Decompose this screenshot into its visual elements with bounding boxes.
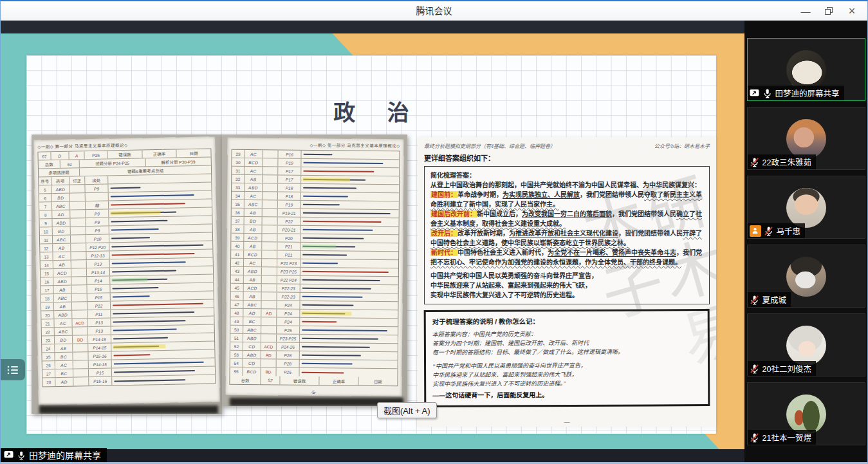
- cell-seq: 5: [39, 185, 51, 193]
- cell-answer: CD: [243, 342, 261, 350]
- participant-name: 夏成城: [762, 293, 787, 306]
- cell-source: P14-15: [88, 335, 111, 343]
- notebook-score-table: 67 D A P25 错误数 正确率 日期 总数: [37, 148, 216, 387]
- cell-note: [300, 343, 398, 351]
- cell-source: P12 P20: [86, 243, 109, 252]
- cell-correction: [261, 317, 277, 325]
- handwriting-scribble: [302, 288, 371, 290]
- handwriting-scribble: [113, 354, 150, 356]
- cell-correction: [71, 277, 87, 284]
- cell-correction: [262, 284, 277, 292]
- handwriting-scribble: [111, 187, 141, 189]
- cell-source: P21: [277, 242, 300, 250]
- cell-seq: 28: [42, 378, 55, 386]
- cell-note: [300, 293, 398, 301]
- cell-seq: 15: [41, 269, 53, 277]
- cell-seq: 21: [41, 319, 54, 327]
- cell-correction: [71, 252, 86, 259]
- mic-icon: [762, 88, 773, 98]
- participant-tile[interactable]: 马千惠: [747, 176, 865, 239]
- cell-source: P18: [278, 192, 301, 200]
- handwriting-scribble: [112, 253, 195, 255]
- cell-source: P24: [277, 301, 300, 308]
- cell-seq: 19: [41, 302, 54, 310]
- cell-source: P17: [278, 175, 301, 183]
- cell-correction: [70, 201, 86, 209]
- cell-answer: ABD: [54, 311, 72, 319]
- cell-answer: ABC: [55, 328, 73, 336]
- cell-seq: 30: [232, 158, 245, 166]
- highlight-mark: [111, 277, 147, 282]
- thumbnail-panel-toggle[interactable]: [1, 359, 25, 380]
- cell-correction: [69, 185, 85, 192]
- label-total-2: 总数: [230, 376, 261, 384]
- cell-source: P23-P25: [277, 334, 300, 342]
- handwriting-scribble: [302, 254, 347, 256]
- participant-tile[interactable]: 夏成城: [747, 245, 865, 308]
- text-segment: ，我们党团结带领人民: [612, 210, 676, 218]
- text-segment: ，我们党团结带领人民: [618, 230, 683, 237]
- handwriting-scribble: [302, 279, 380, 281]
- cell-correction: [73, 360, 89, 368]
- handwriting-scribble: [303, 204, 340, 205]
- cell-answer: ABC: [243, 301, 261, 308]
- stage-bottom-strip: [1, 449, 744, 462]
- shared-screen-stage: 政 治 ◇一刷◇ 第一部分 马克思主义基本原理概论◇ 67 D A P25: [1, 21, 744, 462]
- cell-seq: 46: [231, 292, 244, 300]
- share-banner-label: 田梦迪的屏幕共享: [29, 449, 101, 461]
- cell-seq: 55: [230, 367, 243, 376]
- cell-correction: [263, 217, 278, 225]
- cell-note: [301, 151, 399, 159]
- close-button[interactable]: ×: [840, 1, 863, 21]
- cell-answer: ABC: [53, 236, 71, 244]
- cell-note: [301, 159, 399, 167]
- cell-correction: [262, 259, 277, 266]
- cell-correction: [70, 210, 86, 218]
- restore-button[interactable]: [817, 1, 840, 21]
- participant-tile[interactable]: 21社本一贺煜: [747, 382, 865, 445]
- cell-seq: 38: [231, 225, 244, 233]
- minimize-button[interactable]: —: [794, 1, 817, 21]
- cell-answer: BC: [55, 353, 73, 361]
- participant-tile[interactable]: 田梦迪的屏幕共享: [747, 38, 865, 101]
- presentation-slide: 政 治 ◇一刷◇ 第一部分 马克思主义基本原理概论◇ 67 D A P25: [1, 33, 744, 449]
- cell-correction: [71, 243, 86, 251]
- cell-source: 略: [86, 201, 109, 210]
- stage-top-strip: [1, 21, 744, 33]
- cell-answer: AC: [245, 167, 263, 174]
- cell-source: P25: [277, 367, 300, 376]
- cell-source: P15: [89, 368, 112, 376]
- cell-source: P28: [277, 359, 300, 367]
- minimize-icon: —: [801, 6, 811, 17]
- cell-answer: ABD: [245, 183, 263, 191]
- handwriting-scribble: [113, 287, 159, 289]
- summary-line: 建国后改开前：新中国成立后，为改变我国一穷二白的落后面貌，我们党团结带领人民确立…: [430, 209, 703, 228]
- handwriting-scribble: [302, 371, 344, 373]
- participant-tile[interactable]: 20社二刘俊杰: [747, 313, 865, 376]
- explanation-emphasis: ——这句话硬背一下，后面能反复用上。: [432, 389, 701, 400]
- text-segment: 从登上中国政治舞台的那刻起，中国共产党就始终不渝为中国人民谋幸福、为中华民族谋复…: [430, 181, 701, 189]
- participant-namebar: 田梦迪的屏幕共享: [748, 86, 844, 100]
- cell-source: P18: [278, 183, 301, 191]
- cell-source: P13: [88, 318, 111, 326]
- participant-tile[interactable]: 22政三朱雅茹: [747, 107, 865, 170]
- share-indicator-banner[interactable]: 田梦迪的屏幕共享: [1, 448, 107, 462]
- cell-answer: AB: [245, 175, 263, 183]
- cell-seq: 36: [232, 209, 245, 216]
- cell-source: P11: [88, 310, 111, 318]
- titlebar[interactable]: 腾讯会议 — ×: [1, 1, 867, 21]
- quote-line: 实现中华民族伟大复兴进入了不可逆转的历史进程。”: [432, 379, 701, 389]
- cell-answer: AB: [244, 225, 262, 233]
- cell-correction: [262, 250, 277, 258]
- explanation-quote: “中国共产党和中国人民以英勇顽强的奋斗向世界庄严宣告，中华民族迎来了从站起来、富…: [432, 361, 701, 389]
- cell-note: [301, 184, 399, 192]
- cell-source: P15-16: [88, 351, 111, 360]
- cell-source: P12: [88, 301, 111, 310]
- participant-name: 田梦迪的屏幕共享: [775, 87, 840, 99]
- participant-namebar: 20社二刘俊杰: [748, 361, 816, 376]
- cell-seq: 47: [230, 301, 243, 308]
- cell-source: P24: [277, 309, 300, 317]
- label-total: 总数: [39, 160, 60, 169]
- cell-correction: [73, 344, 88, 351]
- doc-header-right: 公众号/b站：研木易木子: [654, 142, 710, 149]
